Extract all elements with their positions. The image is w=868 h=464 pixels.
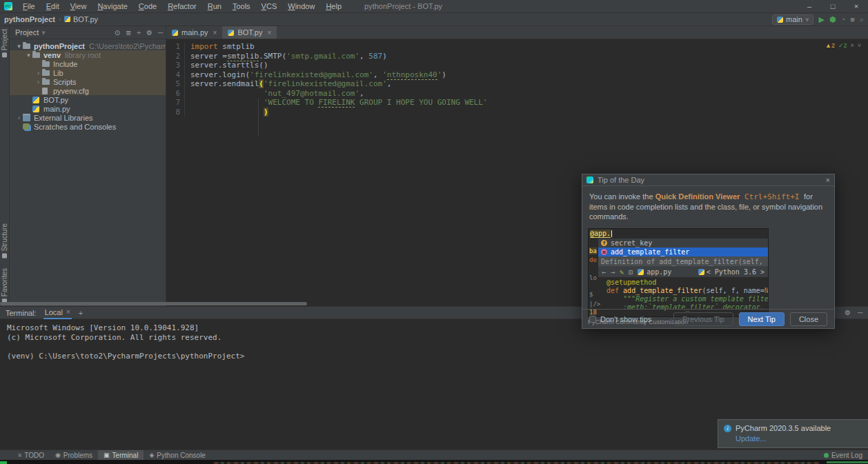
- menu-view[interactable]: View: [66, 1, 92, 11]
- completion-item-add-template-filter[interactable]: madd_template_filter: [598, 248, 768, 256]
- dont-show-tips-checkbox[interactable]: [589, 316, 596, 323]
- statusbar-terminal[interactable]: ▣Terminal: [98, 450, 144, 461]
- tree-item-main-py[interactable]: main.py: [10, 104, 166, 113]
- completion-label: add_template_filter: [611, 248, 689, 256]
- dialog-title-bar[interactable]: Tip of the Day ×: [582, 174, 834, 186]
- tool-tab-structure[interactable]: Structure: [1, 223, 8, 259]
- hide-panel-button[interactable]: ─: [158, 29, 163, 37]
- close-icon[interactable]: ×: [66, 308, 70, 316]
- terminal-line: (venv) C:\Users\toto2\PycharmProjects\py…: [7, 352, 868, 361]
- breadcrumb-item-pythonproject[interactable]: pythonProject: [4, 15, 55, 23]
- tree-item-meta: C:\Users\toto2\PycharmProjects\pythonP: [89, 42, 166, 50]
- update-notification[interactable]: i PyCharm 2020.3.5 available Update...: [718, 419, 868, 448]
- chevron-down-icon: ▾: [805, 16, 809, 23]
- menu-code[interactable]: Code: [134, 1, 161, 11]
- run-button[interactable]: ▶: [818, 16, 824, 23]
- run-configuration-select[interactable]: main ▾: [772, 14, 813, 25]
- project-view-selector[interactable]: Project ▾: [15, 28, 46, 37]
- background-fragment: de: [589, 256, 597, 263]
- debug-button[interactable]: ⬢: [829, 16, 836, 23]
- inspections-widget[interactable]: ▲2 ✓2 ˄ ˅: [825, 41, 861, 51]
- expand-all-button[interactable]: ÷: [137, 29, 141, 37]
- statusbar-python-console[interactable]: ◈Python Console: [144, 450, 211, 461]
- line-number: 2: [166, 52, 184, 61]
- chevron-icon[interactable]: ›: [15, 114, 23, 121]
- tree-item-label: venv: [43, 51, 61, 59]
- tree-item-scripts[interactable]: ›Scripts: [10, 77, 166, 86]
- menu-run[interactable]: Run: [203, 1, 226, 11]
- statusbar-problems[interactable]: ◉Problems: [50, 450, 98, 461]
- code-token: server.starttls(): [190, 61, 268, 70]
- terminal-line: [7, 342, 868, 352]
- tree-item-include[interactable]: Include: [10, 59, 166, 68]
- prev-issue-button[interactable]: ˄: [850, 41, 854, 51]
- new-terminal-button[interactable]: +: [79, 309, 83, 317]
- edge-artifact: [827, 461, 868, 463]
- editor-tab-bot-py[interactable]: BOT.py×: [222, 26, 277, 39]
- update-link[interactable]: Update...: [736, 434, 862, 443]
- event-log-icon: [824, 453, 829, 458]
- tree-item-meta: library root: [65, 51, 101, 59]
- breadcrumb-item-bot-py[interactable]: BOT.py: [64, 15, 98, 23]
- editor-tab-main-py[interactable]: main.py×: [166, 26, 222, 39]
- search-everywhere-button[interactable]: ⌕: [860, 16, 864, 23]
- close-tab-icon[interactable]: ×: [267, 29, 271, 37]
- maximize-button[interactable]: □: [821, 0, 845, 12]
- collapse-all-button[interactable]: ≣: [126, 29, 131, 37]
- chevron-icon[interactable]: ▾: [25, 52, 32, 59]
- background-fragment: lo: [589, 274, 597, 281]
- todo-icon: ≡: [18, 452, 21, 458]
- chevron-icon[interactable]: ›: [34, 70, 42, 77]
- chevron-icon[interactable]: ▾: [15, 43, 23, 50]
- line-content: server.starttls(): [184, 61, 268, 70]
- tree-item-pyvenv-cfg[interactable]: pyvenv.cfg: [10, 86, 166, 95]
- menu-refactor[interactable]: Refactor: [163, 1, 201, 11]
- tree-item-lib[interactable]: ›Lib: [10, 68, 166, 77]
- terminal-settings-gear-icon[interactable]: ⚙: [845, 309, 851, 316]
- minimize-button[interactable]: –: [798, 0, 821, 12]
- event-log-button[interactable]: Event Log: [824, 452, 862, 459]
- next-tip-button[interactable]: Next Tip: [739, 312, 785, 326]
- code-token: 'firelinkexisted@gmail.com': [250, 70, 373, 79]
- line-number: 7: [166, 98, 184, 108]
- menu-edit[interactable]: Edit: [41, 1, 64, 11]
- tree-item-scratches-and-consoles[interactable]: Scratches and Consoles: [10, 122, 166, 131]
- code-token: 'nut_497@hotmail.com': [264, 89, 359, 98]
- tree-item-external-libraries[interactable]: ›External Libraries: [10, 113, 166, 122]
- settings-gear-icon[interactable]: ⚙: [146, 29, 152, 37]
- hide-terminal-button[interactable]: ─: [858, 309, 862, 316]
- dialog-close-button[interactable]: ×: [826, 176, 830, 184]
- title-bar[interactable]: PC FileEditViewNavigateCodeRefactorRunTo…: [0, 0, 868, 13]
- menu-window[interactable]: Window: [283, 1, 319, 11]
- menu-help[interactable]: Help: [321, 1, 346, 11]
- close-tip-button[interactable]: Close: [790, 312, 827, 326]
- code-token: server.sendmail: [190, 79, 259, 88]
- tree-item-venv[interactable]: ▾venvlibrary root: [10, 50, 166, 59]
- definition-file-name: app.py: [647, 268, 671, 276]
- tip-text: You can invoke the Quick Definition View…: [582, 186, 834, 223]
- chevron-icon[interactable]: ›: [34, 79, 42, 85]
- tool-tab-project[interactable]: Project: [1, 29, 8, 57]
- pycharm-logo-icon: [586, 176, 593, 183]
- menu-file[interactable]: File: [18, 1, 40, 11]
- tool-tab-favorites[interactable]: Favorites: [1, 268, 8, 303]
- tree-item-pythonproject[interactable]: ▾pythonProjectC:\Users\toto2\PycharmProj…: [10, 41, 166, 50]
- terminal-tab-local[interactable]: Local ×: [43, 307, 72, 319]
- stop-button[interactable]: ■: [850, 16, 855, 23]
- statusbar-todo[interactable]: ≡TODO: [12, 450, 50, 461]
- horizontal-scrollbar-thumb[interactable]: [0, 302, 307, 305]
- previous-tip-button[interactable]: Previous Tip: [673, 312, 733, 326]
- menu-vcs[interactable]: VCS: [257, 1, 282, 11]
- profiler-button[interactable]: ◔: [841, 16, 846, 23]
- tree-item-bot-py[interactable]: BOT.py: [10, 95, 166, 104]
- menu-tools[interactable]: Tools: [228, 1, 255, 11]
- completion-item-secret-key[interactable]: fsecret_key: [598, 239, 768, 248]
- code-token: """Register a custom template filter. Wo…: [606, 295, 769, 303]
- locate-file-button[interactable]: ⊙: [115, 29, 120, 37]
- line-content: ): [184, 108, 268, 117]
- bottom-edge-strip: [0, 460, 868, 464]
- close-tab-icon[interactable]: ×: [213, 29, 217, 37]
- next-issue-button[interactable]: ˅: [858, 41, 861, 51]
- menu-navigate[interactable]: Navigate: [92, 1, 132, 11]
- close-button[interactable]: ×: [845, 0, 868, 12]
